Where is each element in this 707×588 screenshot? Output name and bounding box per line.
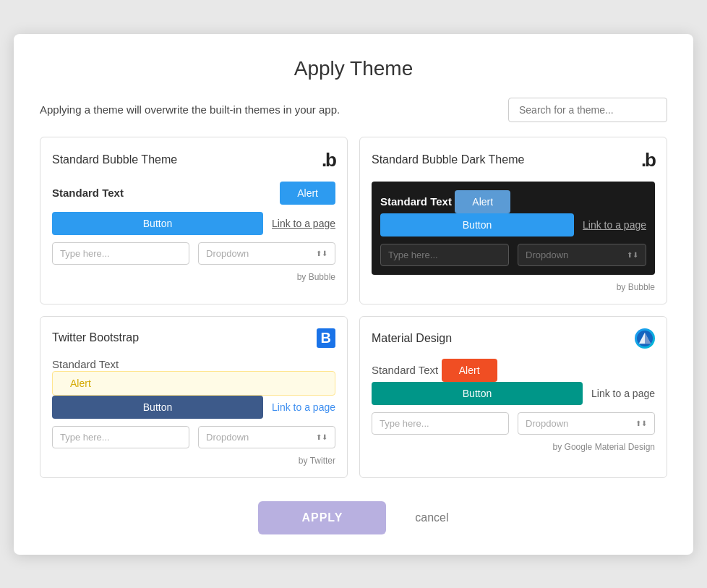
cancel-button[interactable]: cancel [415,511,448,524]
bootstrap-dropdown-arrow-icon: ⬆⬇ [316,433,327,441]
dark-preview-input: Type here... [380,244,509,266]
dark-preview-link: Link to a page [583,219,646,231]
material-dropdown-arrow-icon: ⬆⬇ [635,419,647,427]
material-alert-btn: Alert [442,359,497,382]
dark-preview-button-btn: Button [380,213,574,237]
bootstrap-alert: Alert [52,371,335,396]
material-button-btn: Button [372,382,583,405]
dark-dropdown-arrow-icon: ⬆⬇ [627,251,638,259]
theme-card-bubble-dark[interactable]: Standard Bubble Dark Theme .b Standard T… [359,137,667,304]
material-row1: Standard Text Alert [372,359,655,382]
dropdown-label: Dropdown [206,248,249,259]
dark-preview-text: Standard Text [380,195,452,208]
bubble-dark-preview: Standard Text Alert Button Link to a pag… [372,182,655,275]
material-preview: Standard Text Alert Button Link to a pag… [372,359,655,435]
bootstrap-button-btn: Button [52,396,263,419]
preview-dropdown: Dropdown ⬆⬇ [198,242,335,265]
theme-card-header-dark: Standard Bubble Dark Theme .b [372,149,655,171]
dropdown-arrow-icon: ⬆⬇ [316,250,327,257]
material-preview-text: Standard Text [372,364,438,376]
preview-input: Type here... [52,242,189,265]
dark-theme-by: by Bubble [372,282,655,292]
bootstrap-input: Type here... [52,426,189,448]
material-card-header: Material Design [372,328,655,349]
material-link: Link to a page [591,388,655,399]
preview-link: Link to a page [272,218,335,229]
bootstrap-dropdown-label: Dropdown [206,432,249,443]
theme-name: Standard Bubble Theme [52,153,177,166]
bootstrap-row2: Button Link to a page [52,396,335,419]
material-input: Type here... [372,412,509,435]
preview-row2: Button Link to a page [52,212,335,235]
themes-grid: Standard Bubble Theme .b Standard Text A… [40,137,667,478]
dialog-title: Apply Theme [40,57,667,80]
material-row2: Button Link to a page [372,382,655,405]
preview-row1: Standard Text Alert [52,182,335,205]
dark-preview-row3: Type here... Dropdown ⬆⬇ [380,244,646,266]
bootstrap-logo-icon: B [317,328,335,348]
bootstrap-row3: Type here... Dropdown ⬆⬇ [52,426,335,448]
bootstrap-preview-text: Standard Text [52,358,119,370]
dialog-subtitle: Applying a theme will overwrite the buil… [40,103,340,116]
preview-alert-btn: Alert [280,182,335,205]
apply-theme-dialog: Apply Theme Applying a theme will overwr… [14,34,693,555]
material-theme-name: Material Design [372,332,452,345]
preview-button-btn: Button [52,212,263,235]
bootstrap-theme-name: Twitter Bootstrap [52,331,139,344]
material-dropdown: Dropdown ⬆⬇ [518,412,655,435]
theme-card-material-design[interactable]: Material Design Standard Text Alert Butt… [359,316,667,478]
preview-text: Standard Text [52,187,124,199]
bubble-dark-logo-icon: .b [641,149,655,171]
bubble-light-preview: Standard Text Alert Button Link to a pag… [52,182,335,265]
dark-preview-alert-btn: Alert [455,190,510,213]
theme-search-input[interactable] [508,98,667,122]
theme-card-standard-bubble[interactable]: Standard Bubble Theme .b Standard Text A… [40,137,348,304]
bootstrap-theme-by: by Twitter [52,456,335,466]
preview-row3: Type here... Dropdown ⬆⬇ [52,242,335,265]
dark-dropdown-label: Dropdown [526,250,568,260]
theme-card-twitter-bootstrap[interactable]: Twitter Bootstrap B Standard Text Alert … [40,316,348,478]
bootstrap-row1: Standard Text Alert [52,358,335,396]
dialog-header: Applying a theme will overwrite the buil… [40,98,667,122]
material-row3: Type here... Dropdown ⬆⬇ [372,412,655,435]
material-dropdown-label: Dropdown [526,418,568,429]
bootstrap-dropdown: Dropdown ⬆⬇ [198,426,335,448]
dark-preview-row2: Button Link to a page [380,213,646,237]
dark-preview-row1: Standard Text Alert [380,190,646,213]
bootstrap-preview: Standard Text Alert Button Link to a pag… [52,358,335,448]
bootstrap-link: Link to a page [272,401,335,413]
bubble-logo-icon: .b [322,149,335,171]
theme-by: by Bubble [52,272,335,282]
material-logo-icon [635,328,655,349]
theme-card-header: Standard Bubble Theme .b [52,149,335,171]
bootstrap-card-header: Twitter Bootstrap B [52,328,335,348]
material-theme-by: by Google Material Design [372,442,655,452]
dark-preview-dropdown: Dropdown ⬆⬇ [518,244,646,266]
apply-button[interactable]: APPLY [258,501,386,534]
theme-name-dark: Standard Bubble Dark Theme [372,153,524,166]
dialog-footer: APPLY cancel [40,495,667,534]
